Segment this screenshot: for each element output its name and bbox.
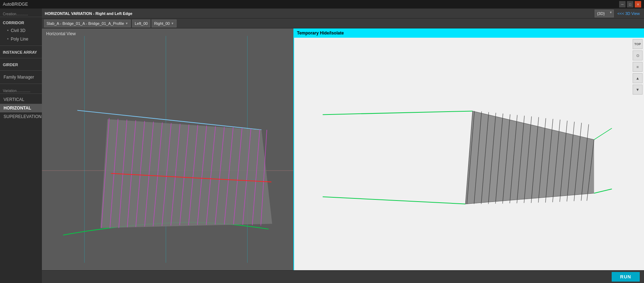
horizontal-view-svg [42, 28, 293, 270]
corridor-header: CORRIDOR [0, 18, 42, 26]
sidebar-item-horizontal[interactable]: HORIZONTAL [0, 104, 42, 112]
left-panel-label: Horizontal View [46, 31, 76, 36]
toolbar: HORIZONTAL VARIATION - Right and Left Ed… [42, 9, 644, 18]
selectors-row: Slab_A - Bridge_01_A - Bridge_01_A_Profi… [42, 18, 644, 28]
titlebar: AutoBRIDGE ─ □ ✕ [0, 0, 644, 9]
right-panel-header: Temporary Hide/Isolate [294, 28, 644, 38]
close-button[interactable]: ✕ [635, 1, 641, 7]
3d-view-nav-button[interactable]: <<< 3D View [616, 11, 641, 16]
right-panel: Temporary Hide/Isolate TOP ⊙ ≡ ▲ [294, 28, 644, 270]
layers-button[interactable]: ≡ [633, 62, 643, 72]
svg-marker-5 [101, 119, 272, 228]
panels-row: Horizontal View [42, 28, 644, 270]
path-selector[interactable]: Slab_A - Bridge_01_A - Bridge_01_A_Profi… [44, 20, 131, 27]
divider3 [0, 70, 42, 71]
sidebar-item-superelevation[interactable]: SUPERELEVATION [0, 112, 42, 121]
divider2 [0, 58, 42, 58]
right-panel-icons: TOP ⊙ ≡ ▲ ▼ [633, 39, 643, 95]
view3d-dropdown[interactable]: {3D} Top Front Side [595, 10, 614, 17]
run-row: RUN [42, 270, 644, 283]
arrow-down-button[interactable]: ▼ [633, 85, 643, 95]
right-dropdown-arrow: ▼ [171, 22, 174, 25]
camera-icon: ⊙ [636, 53, 639, 58]
app-title: AutoBRIDGE [3, 2, 28, 7]
sidebar: Creation............ CORRIDOR Civil 3D P… [0, 9, 42, 283]
content-area: HORIZONTAL VARIATION - Right and Left Ed… [42, 9, 644, 283]
instance-array-header: INSTANCE ARRAY [0, 48, 42, 56]
maximize-button[interactable]: □ [627, 1, 633, 7]
titlebar-controls: ─ □ ✕ [619, 1, 641, 7]
right-selector[interactable]: Right_00 ▼ [152, 20, 177, 27]
variation-label: Variation.............. [0, 86, 42, 94]
run-button[interactable]: RUN [612, 272, 640, 282]
path-dropdown-arrow: ▼ [125, 22, 128, 25]
divider1 [0, 46, 42, 46]
girder-header: GIRDER [0, 60, 42, 68]
sidebar-item-vertical[interactable]: VERTICAL [0, 95, 42, 104]
top-icon: TOP [634, 42, 641, 46]
sidebar-item-family-manager[interactable]: Family Manager [0, 73, 42, 81]
divider4 [0, 84, 42, 84]
main-layout: Creation............ CORRIDOR Civil 3D P… [0, 9, 644, 283]
sidebar-item-civil3d[interactable]: Civil 3D [0, 26, 42, 35]
creation-label: Creation............ [0, 10, 42, 17]
camera-button[interactable]: ⊙ [633, 50, 643, 60]
left-panel: Horizontal View [42, 28, 294, 270]
arrow-up-icon: ▲ [636, 76, 640, 80]
layers-icon: ≡ [637, 65, 639, 69]
toolbar-title: HORIZONTAL VARIATION - Right and Left Ed… [45, 11, 132, 16]
arrow-down-icon: ▼ [636, 87, 640, 92]
sidebar-item-polyline[interactable]: Poly Line [0, 35, 42, 43]
minimize-button[interactable]: ─ [619, 1, 626, 7]
arrow-up-button[interactable]: ▲ [633, 73, 643, 83]
top-view-button[interactable]: TOP [633, 39, 643, 49]
left-selector[interactable]: Left_00 [132, 20, 150, 27]
3d-view-svg [294, 38, 644, 270]
